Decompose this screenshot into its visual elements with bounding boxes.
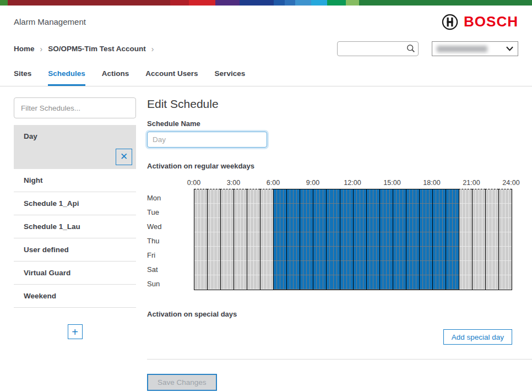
- quarter-cell[interactable]: [198, 189, 200, 290]
- quarter-cell[interactable]: [344, 189, 346, 290]
- quarter-cell[interactable]: [330, 189, 333, 290]
- sidebar-item-weekend[interactable]: Weekend: [14, 285, 136, 308]
- remove-schedule-button[interactable]: ✕: [116, 149, 132, 165]
- quarter-cell[interactable]: [287, 189, 290, 290]
- quarter-cell[interactable]: [221, 189, 224, 290]
- hour-column-2-inactive[interactable]: [220, 189, 234, 290]
- quarter-cell[interactable]: [473, 189, 475, 290]
- quarter-cell[interactable]: [387, 189, 389, 290]
- hour-column-8-active[interactable]: [300, 189, 313, 290]
- hour-column-4-inactive[interactable]: [247, 189, 260, 290]
- schedule-name-input[interactable]: [147, 132, 267, 148]
- quarter-cell[interactable]: [406, 189, 409, 290]
- hour-column-15-active[interactable]: [393, 189, 406, 290]
- hour-column-3-inactive[interactable]: [234, 189, 247, 290]
- quarter-cell[interactable]: [397, 189, 399, 290]
- hour-column-14-active[interactable]: [379, 189, 393, 290]
- quarter-cell[interactable]: [313, 189, 316, 290]
- quarter-cell[interactable]: [208, 189, 210, 290]
- hour-column-16-active[interactable]: [406, 189, 419, 290]
- hour-column-23-inactive[interactable]: [498, 189, 512, 290]
- quarter-cell[interactable]: [446, 189, 449, 290]
- quarter-cell[interactable]: [300, 189, 303, 290]
- quarter-cell[interactable]: [320, 189, 323, 290]
- quarter-cell[interactable]: [373, 189, 376, 290]
- breadcrumb-item-1[interactable]: SO/OPM5-Tim Test Account: [48, 45, 146, 53]
- quarter-cell[interactable]: [247, 189, 250, 290]
- quarter-cell[interactable]: [410, 189, 412, 290]
- hour-column-5-inactive[interactable]: [260, 189, 273, 290]
- quarter-cell[interactable]: [303, 189, 306, 290]
- quarter-cell[interactable]: [254, 189, 257, 290]
- quarter-cell[interactable]: [234, 189, 237, 290]
- quarter-cell[interactable]: [214, 189, 217, 290]
- hour-column-0-inactive[interactable]: [194, 189, 207, 290]
- tab-account-users[interactable]: Account Users: [145, 69, 198, 86]
- quarter-cell[interactable]: [459, 189, 462, 290]
- hour-column-19-active[interactable]: [446, 189, 459, 290]
- hour-column-17-active[interactable]: [419, 189, 432, 290]
- quarter-cell[interactable]: [201, 189, 204, 290]
- quarter-cell[interactable]: [251, 189, 253, 290]
- quarter-cell[interactable]: [360, 189, 363, 290]
- quarter-cell[interactable]: [260, 189, 263, 290]
- quarter-cell[interactable]: [370, 189, 373, 290]
- quarter-cell[interactable]: [354, 189, 356, 290]
- quarter-cell[interactable]: [327, 189, 329, 290]
- quarter-cell[interactable]: [499, 189, 502, 290]
- quarter-cell[interactable]: [423, 189, 426, 290]
- quarter-cell[interactable]: [449, 189, 452, 290]
- quarter-cell[interactable]: [347, 189, 350, 290]
- sidebar-item-user-defined[interactable]: User defined: [14, 238, 136, 262]
- add-special-day-button[interactable]: Add special day: [443, 329, 512, 345]
- quarter-cell[interactable]: [489, 189, 492, 290]
- quarter-cell[interactable]: [502, 189, 505, 290]
- quarter-cell[interactable]: [264, 189, 267, 290]
- quarter-cell[interactable]: [413, 189, 416, 290]
- sidebar-item-night[interactable]: Night: [14, 169, 136, 192]
- hour-column-12-active[interactable]: [353, 189, 366, 290]
- hour-column-1-inactive[interactable]: [207, 189, 220, 290]
- quarter-cell[interactable]: [400, 189, 403, 290]
- sidebar-item-schedule-1-lau[interactable]: Schedule 1_Lau: [14, 215, 136, 238]
- quarter-cell[interactable]: [476, 189, 479, 290]
- quarter-cell[interactable]: [237, 189, 240, 290]
- hour-column-21-inactive[interactable]: [472, 189, 485, 290]
- tab-actions[interactable]: Actions: [102, 69, 129, 86]
- hour-column-6-active[interactable]: [273, 189, 286, 290]
- hour-column-13-active[interactable]: [366, 189, 379, 290]
- tab-services[interactable]: Services: [215, 69, 246, 86]
- quarter-cell[interactable]: [340, 189, 343, 290]
- quarter-cell[interactable]: [224, 189, 227, 290]
- save-changes-button[interactable]: Save Changes: [147, 374, 217, 391]
- quarter-cell[interactable]: [307, 189, 310, 290]
- quarter-cell[interactable]: [274, 189, 276, 290]
- quarter-cell[interactable]: [453, 189, 455, 290]
- quarter-cell[interactable]: [211, 189, 214, 290]
- quarter-cell[interactable]: [277, 189, 280, 290]
- quarter-cell[interactable]: [479, 189, 482, 290]
- hour-column-9-active[interactable]: [313, 189, 326, 290]
- quarter-cell[interactable]: [486, 189, 488, 290]
- quarter-cell[interactable]: [426, 189, 429, 290]
- quarter-cell[interactable]: [463, 189, 465, 290]
- account-dropdown[interactable]: [432, 41, 518, 56]
- quarter-cell[interactable]: [280, 189, 283, 290]
- hour-column-22-inactive[interactable]: [485, 189, 498, 290]
- filter-schedules-input[interactable]: [14, 97, 136, 118]
- schedule-grid[interactable]: [194, 189, 512, 290]
- quarter-cell[interactable]: [294, 189, 296, 290]
- quarter-cell[interactable]: [506, 189, 508, 290]
- sidebar-item-day-selected[interactable]: Day ✕: [14, 125, 136, 169]
- quarter-cell[interactable]: [290, 189, 293, 290]
- hour-column-18-active[interactable]: [432, 189, 446, 290]
- sidebar-item-virtual-guard[interactable]: Virtual Guard: [14, 262, 136, 285]
- quarter-cell[interactable]: [241, 189, 243, 290]
- quarter-cell[interactable]: [509, 189, 512, 290]
- quarter-cell[interactable]: [433, 189, 436, 290]
- quarter-cell[interactable]: [492, 189, 495, 290]
- hour-column-10-active[interactable]: [326, 189, 339, 290]
- breadcrumb-item-0[interactable]: Home: [14, 45, 35, 53]
- quarter-cell[interactable]: [439, 189, 442, 290]
- tab-schedules[interactable]: Schedules: [48, 69, 85, 86]
